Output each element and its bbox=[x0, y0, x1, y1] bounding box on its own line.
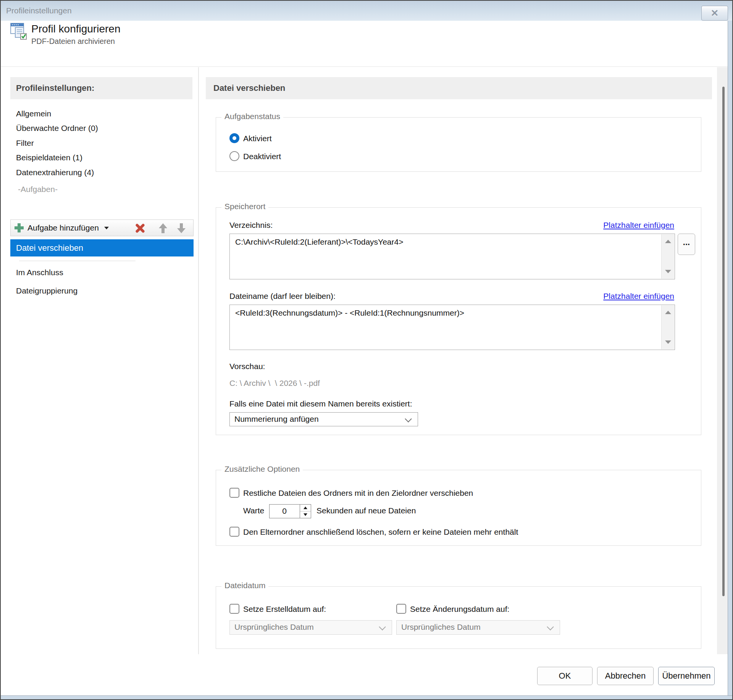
preview-value: C: \ Archiv \ \ 2026 \ -.pdf bbox=[229, 379, 320, 388]
exists-dropdown[interactable]: Nummerierung anfügen bbox=[229, 412, 418, 426]
modified-date-dropdown[interactable]: Ursprüngliches Datum bbox=[396, 620, 560, 635]
window-titlebar[interactable]: Profileinstellungen bbox=[1, 1, 732, 21]
directory-textarea[interactable]: C:\Archiv\<RuleId:2(Lieferant)>\<TodaysY… bbox=[229, 234, 675, 279]
arrow-up-icon bbox=[158, 223, 168, 234]
scroll-up-icon[interactable] bbox=[665, 240, 671, 243]
scroll-down-icon[interactable] bbox=[665, 270, 671, 273]
radio-deaktiviert-label[interactable]: Deaktiviert bbox=[243, 152, 281, 161]
apply-button[interactable]: Übernehmen bbox=[658, 667, 715, 685]
scroll-up-icon[interactable] bbox=[665, 311, 671, 314]
checkbox-set-modified-label[interactable]: Setze Änderungsdatum auf: bbox=[410, 605, 509, 614]
close-button[interactable]: ✕ bbox=[701, 6, 728, 21]
spinner-buttons bbox=[300, 505, 311, 518]
delete-task-button[interactable] bbox=[134, 223, 147, 234]
chevron-down-icon bbox=[405, 415, 412, 422]
directory-scrollbar[interactable] bbox=[661, 234, 674, 279]
sidebar-item-im-anschluss[interactable]: Im Anschluss bbox=[16, 268, 180, 279]
task-toolbar: Aufgabe hinzufügen bbox=[10, 219, 194, 236]
checkbox-set-created-label[interactable]: Setze Erstelldatum auf: bbox=[243, 605, 326, 614]
checkbox-set-modified[interactable] bbox=[396, 604, 406, 614]
options-group: Zusätzliche Optionen Restliche Dateien d… bbox=[216, 470, 701, 546]
placeholder-link-directory[interactable]: Platzhalter einfügen bbox=[603, 221, 674, 230]
spin-down-icon bbox=[304, 513, 307, 516]
options-legend: Zusätzliche Optionen bbox=[221, 465, 303, 474]
window-title: Profileinstellungen bbox=[6, 1, 72, 21]
plus-icon bbox=[15, 223, 24, 232]
header-divider bbox=[1, 66, 728, 67]
wait-prefix-label: Warte bbox=[243, 506, 264, 515]
wait-value: 0 bbox=[270, 506, 299, 516]
sidebar-item-allgemein[interactable]: Allgemein bbox=[16, 109, 180, 121]
directory-label: Verzeichnis: bbox=[229, 221, 273, 230]
wait-spinbox[interactable]: 0 bbox=[269, 504, 311, 518]
window-border-right bbox=[728, 21, 733, 695]
page-title: Profil konfigurieren bbox=[31, 23, 120, 35]
storage-legend: Speicherort bbox=[221, 202, 268, 211]
spin-up-icon bbox=[304, 506, 307, 509]
page-subtitle: PDF-Dateien archivieren bbox=[31, 37, 115, 46]
scroll-down-icon[interactable] bbox=[665, 340, 671, 344]
sidebar-item-ueberwachte-ordner[interactable]: Überwachte Ordner (0) bbox=[16, 124, 180, 135]
add-task-button[interactable]: Aufgabe hinzufügen bbox=[15, 220, 109, 236]
radio-aktiviert-label[interactable]: Aktiviert bbox=[243, 134, 272, 143]
ok-button[interactable]: OK bbox=[537, 667, 593, 685]
window-border-bottom bbox=[1, 695, 732, 700]
checkbox-delete-parent-label[interactable]: Den Elternordner anschließend löschen, s… bbox=[243, 527, 518, 537]
filename-value: <RuleId:3(Rechnungsdatum)> - <RuleId:1(R… bbox=[235, 308, 464, 318]
chevron-down-icon bbox=[104, 227, 109, 229]
sidebar-item-beispieldateien[interactable]: Beispieldateien (1) bbox=[16, 153, 180, 165]
task-status-group: Aufgabenstatus Aktiviert Deaktiviert bbox=[216, 117, 701, 172]
radio-deaktiviert[interactable] bbox=[229, 151, 239, 161]
move-up-button[interactable] bbox=[157, 223, 170, 234]
filename-scrollbar[interactable] bbox=[661, 305, 674, 349]
storage-group: Speicherort Verzeichnis: Platzhalter ein… bbox=[216, 207, 701, 435]
filename-textarea[interactable]: <RuleId:3(Rechnungsdatum)> - <RuleId:1(R… bbox=[229, 305, 675, 350]
file-date-legend: Dateidatum bbox=[221, 581, 268, 590]
tasks-section-label: -Aufgaben- bbox=[18, 185, 58, 194]
browse-button[interactable]: ... bbox=[678, 234, 695, 255]
directory-value: C:\Archiv\<RuleId:2(Lieferant)>\<TodaysY… bbox=[235, 237, 403, 247]
cancel-button[interactable]: Abbrechen bbox=[597, 667, 654, 685]
radio-aktiviert[interactable] bbox=[229, 133, 239, 143]
placeholder-link-filename[interactable]: Platzhalter einfügen bbox=[603, 292, 674, 301]
checkbox-set-created[interactable] bbox=[229, 604, 239, 614]
close-icon: ✕ bbox=[711, 8, 719, 18]
panel-divider bbox=[198, 67, 199, 654]
spin-down-button[interactable] bbox=[300, 511, 311, 518]
main-heading: Datei verschieben bbox=[206, 77, 712, 99]
sidebar-heading: Profileinstellungen: bbox=[10, 77, 192, 99]
arrow-down-icon bbox=[177, 223, 186, 234]
main-scrollbar-thumb[interactable] bbox=[722, 87, 725, 596]
sidebar-item-datenextrahierung[interactable]: Datenextrahierung (4) bbox=[16, 168, 180, 179]
wait-suffix-label: Sekunden auf neue Dateien bbox=[316, 506, 416, 515]
spin-up-button[interactable] bbox=[300, 505, 311, 511]
main-scrollbar-track[interactable] bbox=[717, 67, 728, 654]
filename-label: Dateiname (darf leer bleiben): bbox=[229, 292, 336, 301]
chevron-down-icon bbox=[547, 623, 554, 630]
checkbox-move-rest-label[interactable]: Restliche Dateien des Ordners mit in den… bbox=[243, 489, 473, 498]
exists-dropdown-value: Nummerierung anfügen bbox=[234, 415, 319, 424]
exists-label: Falls eine Datei mit diesem Namen bereit… bbox=[229, 399, 412, 408]
sidebar-item-dateigruppierung[interactable]: Dateigruppierung bbox=[16, 286, 180, 298]
modified-date-value: Ursprüngliches Datum bbox=[401, 623, 481, 632]
preview-label: Vorschau: bbox=[229, 362, 265, 371]
move-down-button[interactable] bbox=[175, 223, 188, 234]
sidebar-divider bbox=[19, 261, 136, 261]
task-item-datei-verschieben[interactable]: Datei verschieben bbox=[10, 239, 194, 256]
created-date-value: Ursprüngliches Datum bbox=[234, 623, 314, 632]
file-date-group: Dateidatum Setze Erstelldatum auf: Setze… bbox=[216, 586, 701, 649]
chevron-down-icon bbox=[379, 623, 386, 630]
sidebar-item-filter[interactable]: Filter bbox=[16, 139, 180, 150]
created-date-dropdown[interactable]: Ursprüngliches Datum bbox=[229, 620, 392, 635]
delete-x-icon bbox=[135, 223, 145, 233]
profile-icon bbox=[10, 23, 29, 42]
task-status-legend: Aufgabenstatus bbox=[221, 112, 283, 121]
add-task-label: Aufgabe hinzufügen bbox=[27, 223, 99, 232]
checkbox-delete-parent[interactable] bbox=[229, 527, 239, 537]
checkbox-move-rest[interactable] bbox=[229, 488, 239, 498]
